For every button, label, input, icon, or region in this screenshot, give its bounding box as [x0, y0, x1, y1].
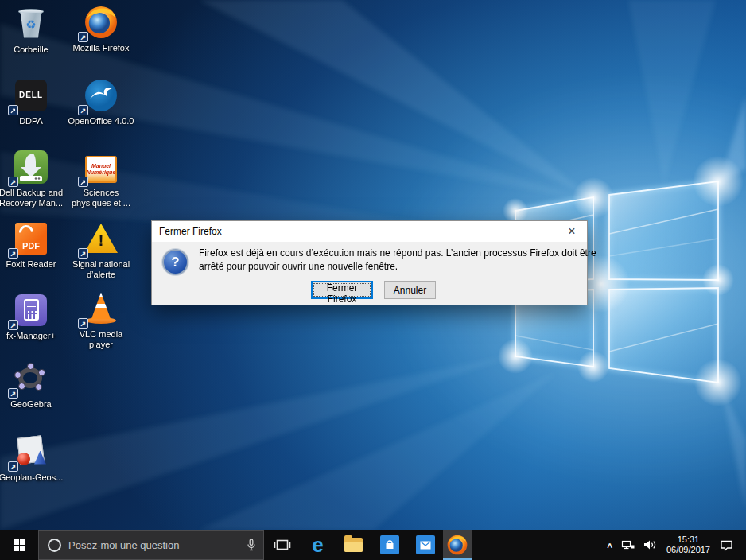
dialog-title-bar: Fermer Firefox ×: [152, 221, 587, 242]
desktop-icon-label: GeoGebra: [10, 399, 51, 410]
question-mark-icon: ?: [162, 249, 188, 275]
microphone-icon[interactable]: [247, 539, 256, 551]
desktop-icon-recycle-bin[interactable]: ♻ Corbeille: [0, 5, 65, 55]
desktop-icon-label: Signal national d’alerte: [67, 259, 135, 280]
cortana-icon: [48, 539, 61, 552]
desktop-icon-label: Corbeille: [14, 45, 48, 55]
calculator-icon: ↗: [0, 291, 65, 329]
shortcut-arrow-icon: ↗: [78, 318, 88, 329]
mail-button[interactable]: [407, 530, 443, 560]
desktop-icon-fx-manager[interactable]: ↗ fx-Manager+: [0, 291, 65, 341]
desktop-icon-label: OpenOffice 4.0.0: [68, 116, 134, 126]
recycle-glyph: ♻: [17, 18, 45, 32]
desktop-icon-label: VLC media player: [67, 329, 135, 350]
shortcut-arrow-icon: ↗: [8, 105, 18, 115]
edge-button[interactable]: e: [300, 530, 336, 560]
taskbar-clock[interactable]: 15:31 06/09/2017: [664, 535, 713, 555]
chevron-up-icon: ∧: [605, 541, 613, 550]
shortcut-arrow-icon: ↗: [8, 388, 18, 399]
clock-time: 15:31: [666, 535, 710, 545]
desktop-icon-ddpa[interactable]: DELL ↗ DDPA: [0, 76, 65, 126]
desktop-icon-sciences-physiques[interactable]: Manuel Numérique ↗ Sciences physiques et…: [67, 148, 135, 208]
openoffice-icon: ↗: [67, 76, 135, 114]
geoplan-icon: ↗: [0, 433, 65, 470]
firefox-icon: [447, 535, 468, 555]
windows-logo-icon: [14, 539, 25, 551]
manuel-text: Manuel: [91, 163, 111, 169]
edge-icon: e: [312, 535, 323, 555]
tray-chevron-button[interactable]: ∧: [605, 539, 614, 551]
system-tray: ∧ 15:31 06/09/2017: [605, 530, 746, 560]
cortana-search-box: [38, 530, 264, 560]
shortcut-arrow-icon: ↗: [78, 177, 88, 187]
firefox-icon: ↗: [67, 3, 135, 41]
desktop-icon-geogebra[interactable]: ↗ GeoGebra: [0, 360, 65, 410]
fermer-firefox-button[interactable]: Fermer Firefox: [311, 281, 373, 299]
shortcut-arrow-icon: ↗: [78, 248, 88, 259]
search-input[interactable]: [68, 539, 247, 551]
network-icon: [621, 539, 635, 550]
recycle-bin-icon: ♻: [0, 5, 65, 42]
desktop-icon-foxit-reader[interactable]: PDF ↗ Foxit Reader: [0, 220, 65, 270]
start-button[interactable]: [0, 530, 38, 560]
dialog-message: Firefox est déjà en cours d’exécution ma…: [199, 247, 601, 274]
clock-date: 06/09/2017: [666, 545, 710, 555]
speaker-icon: [643, 539, 657, 550]
desktop-icon-vlc[interactable]: ↗ VLC media player: [67, 290, 135, 350]
file-explorer-button[interactable]: [336, 530, 371, 560]
shortcut-arrow-icon: ↗: [8, 461, 18, 472]
firefox-taskbar-button[interactable]: [443, 530, 472, 560]
mail-icon: [416, 535, 435, 554]
store-icon: [380, 535, 399, 554]
desktop-icon-label: Mozilla Firefox: [73, 43, 130, 53]
dell-backup-icon: ↗: [0, 148, 65, 185]
network-button[interactable]: [620, 538, 636, 552]
annuler-button[interactable]: Annuler: [384, 281, 436, 299]
dialog-body: ? Firefox est déjà en cours d’exécution …: [152, 242, 587, 306]
desktop-icon-mozilla-firefox[interactable]: ↗ Mozilla Firefox: [67, 3, 135, 53]
shortcut-arrow-icon: ↗: [8, 248, 18, 259]
numerique-text: Numérique: [87, 169, 116, 176]
desktop-icon-geoplan[interactable]: ↗ Geoplan-Geos...: [0, 433, 65, 483]
task-view-button[interactable]: [264, 530, 300, 560]
geogebra-icon: ↗: [0, 360, 65, 397]
desktop-icon-dell-backup[interactable]: ↗ Dell Backup and Recovery Man...: [0, 148, 65, 208]
desktop-icon-label: Dell Backup and Recovery Man...: [0, 188, 65, 208]
desktop-icon-label: Geoplan-Geos...: [0, 472, 63, 483]
manuel-numerique-icon: Manuel Numérique ↗: [67, 148, 135, 185]
shortcut-arrow-icon: ↗: [8, 177, 18, 187]
close-firefox-dialog: Fermer Firefox × ? Firefox est déjà en c…: [151, 220, 588, 305]
screen: ♻ Corbeille ↗ Mozilla Firefox DELL ↗ DDP…: [0, 0, 746, 560]
task-view-icon: [274, 538, 291, 552]
dialog-title: Fermer Firefox: [152, 226, 557, 237]
shortcut-arrow-icon: ↗: [8, 320, 18, 330]
desktop-icon-label: DDPA: [19, 116, 43, 126]
shortcut-arrow-icon: ↗: [78, 32, 88, 42]
close-icon[interactable]: ×: [557, 221, 587, 242]
volume-button[interactable]: [642, 538, 659, 552]
store-button[interactable]: [371, 530, 407, 560]
desktop-icon-label: Sciences physiques et ...: [67, 188, 135, 208]
desktop-icon-label: fx-Manager+: [6, 331, 56, 341]
desktop-icon-signal-alerte[interactable]: ! ↗ Signal national d’alerte: [67, 220, 135, 280]
desktop-icon-label: Foxit Reader: [6, 259, 56, 270]
dell-icon: DELL ↗: [0, 76, 65, 114]
foxit-pdf-icon: PDF ↗: [0, 220, 65, 257]
vlc-cone-icon: ↗: [67, 290, 135, 327]
folder-icon: [344, 538, 363, 552]
action-center-button[interactable]: [718, 538, 735, 553]
shortcut-arrow-icon: ↗: [78, 105, 88, 115]
warning-triangle-icon: ! ↗: [67, 220, 135, 257]
action-center-icon: [720, 539, 733, 551]
desktop-icon-openoffice[interactable]: ↗ OpenOffice 4.0.0: [67, 76, 135, 126]
taskbar: e ∧: [0, 530, 746, 560]
